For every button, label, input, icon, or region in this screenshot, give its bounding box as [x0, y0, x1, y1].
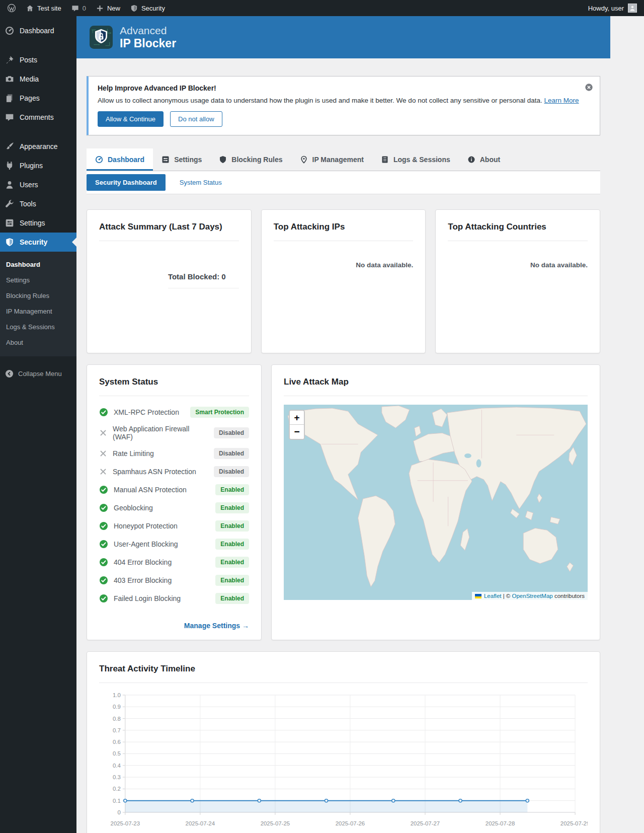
status-row: User-Agent BlockingEnabled: [99, 535, 249, 553]
howdy-text[interactable]: Howdy, user: [588, 5, 624, 12]
subnav-security-dashboard[interactable]: Security Dashboard: [87, 174, 166, 191]
comments-count: 0: [83, 5, 86, 12]
sidebar-item-users[interactable]: Users: [0, 175, 76, 194]
leaflet-link[interactable]: Leaflet: [484, 593, 502, 599]
sidebar-item-tools[interactable]: Tools: [0, 194, 76, 213]
banner-title-line1: Advanced: [120, 25, 176, 37]
shield-icon: [5, 238, 14, 247]
tab-label: Settings: [174, 156, 202, 164]
status-label: Spamhaus ASN Protection: [113, 468, 208, 476]
status-label: Manual ASN Protection: [114, 486, 210, 494]
tab-settings[interactable]: Settings: [153, 148, 210, 171]
tab-label: Blocking Rules: [231, 156, 282, 164]
sidebar-item-settings[interactable]: Settings: [0, 213, 76, 233]
map-zoom-controls: + −: [289, 410, 305, 440]
attribution-suffix: contributors: [553, 593, 585, 599]
status-label: Geoblocking: [114, 504, 210, 512]
do-not-allow-button[interactable]: Do not allow: [170, 111, 222, 127]
dashboard-subnav: Security Dashboard System Status: [87, 171, 600, 194]
status-label: Honeypot Protection: [114, 522, 210, 530]
tab-ip-management[interactable]: IP Management: [291, 148, 372, 171]
status-row: 404 Error BlockingEnabled: [99, 553, 249, 571]
notice-body: Allow us to collect anonymous usage data…: [98, 97, 542, 104]
x-icon: [99, 429, 107, 437]
svg-text:0.9: 0.9: [113, 704, 121, 710]
sidebar-item-appearance[interactable]: Appearance: [0, 137, 76, 156]
status-label: XML-RPC Protection: [114, 408, 185, 416]
status-badge: Enabled: [215, 502, 249, 513]
submenu-item-blocking-rules[interactable]: Blocking Rules: [0, 288, 76, 304]
sidebar-item-posts[interactable]: Posts: [0, 50, 76, 69]
status-row: Failed Login BlockingEnabled: [99, 589, 249, 608]
status-row: Rate LimitingDisabled: [99, 444, 249, 463]
manage-settings-link[interactable]: Manage Settings →: [184, 622, 249, 630]
submenu-item-settings[interactable]: Settings: [0, 272, 76, 288]
wordpress-logo-icon[interactable]: [7, 4, 16, 13]
submenu-item-dashboard[interactable]: Dashboard: [0, 257, 76, 272]
subnav-system-status[interactable]: System Status: [180, 179, 222, 186]
tab-label: About: [480, 156, 500, 164]
map-zoom-out-button[interactable]: −: [290, 425, 304, 439]
svg-text:0.5: 0.5: [113, 750, 121, 756]
sidebar-item-plugins[interactable]: Plugins: [0, 156, 76, 175]
status-label: 403 Error Blocking: [114, 576, 210, 584]
svg-text:0.6: 0.6: [113, 739, 121, 745]
submenu-item-about[interactable]: About: [0, 335, 76, 350]
sidebar-item-media[interactable]: Media: [0, 69, 76, 89]
sidebar-item-security[interactable]: Security: [0, 233, 76, 252]
allow-continue-button[interactable]: Allow & Continue: [98, 111, 164, 127]
dashboard-icon: [5, 26, 14, 35]
sidebar-item-dashboard[interactable]: Dashboard: [0, 21, 76, 40]
banner-title-line2: IP Blocker: [120, 37, 176, 50]
check-circle-icon: [99, 558, 108, 567]
check-circle-icon: [99, 540, 108, 549]
sidebar-label: Posts: [20, 56, 37, 64]
comment-bubble-icon: [71, 5, 79, 12]
wrench-icon: [5, 199, 14, 208]
sidebar-label: Tools: [20, 200, 36, 208]
sidebar-label: Users: [20, 181, 38, 189]
dismiss-notice-icon[interactable]: [585, 83, 593, 92]
plus-icon: [96, 5, 104, 12]
tab-label: IP Management: [312, 156, 364, 164]
submenu-item-ip-management[interactable]: IP Management: [0, 304, 76, 319]
sliders-icon: [5, 218, 14, 228]
openstreetmap-link[interactable]: OpenStreetMap: [512, 593, 553, 599]
plug-icon: [5, 161, 14, 170]
sidebar-item-comments[interactable]: Comments: [0, 108, 76, 127]
tab-blocking-rules[interactable]: Blocking Rules: [210, 148, 291, 171]
no-data-message: No data available.: [274, 261, 414, 269]
map-zoom-in-button[interactable]: +: [290, 411, 304, 425]
submenu-item-logs-sessions[interactable]: Logs & Sessions: [0, 319, 76, 335]
tab-dashboard[interactable]: Dashboard: [87, 148, 153, 171]
security-menu[interactable]: Security: [130, 5, 165, 12]
pushpin-icon: [5, 55, 14, 64]
new-menu[interactable]: New: [96, 5, 120, 12]
comments-menu[interactable]: 0: [71, 5, 86, 12]
learn-more-link[interactable]: Learn More: [544, 97, 579, 104]
sidebar-item-pages[interactable]: Pages: [0, 89, 76, 108]
status-label: Web Application Firewall (WAF): [113, 425, 208, 441]
sidebar-label: Comments: [20, 113, 54, 121]
total-blocked-value: Total Blocked: 0: [168, 272, 239, 288]
tab-about[interactable]: About: [459, 148, 509, 171]
status-label: 404 Error Blocking: [114, 558, 210, 566]
user-avatar[interactable]: [628, 4, 637, 13]
sidebar-label: Security: [20, 238, 47, 246]
tab-logs-sessions[interactable]: Logs & Sessions: [372, 148, 459, 171]
status-badge: Enabled: [215, 484, 249, 495]
status-row: Manual ASN ProtectionEnabled: [99, 481, 249, 499]
new-label: New: [107, 5, 120, 12]
sidebar-label: Appearance: [20, 142, 58, 150]
attack-map[interactable]: + − Leaflet | © OpenStreetMap contributo…: [284, 405, 588, 600]
system-status-card: System Status XML-RPC ProtectionSmart Pr…: [87, 364, 262, 640]
svg-text:0.4: 0.4: [113, 763, 121, 769]
plugin-logo: [90, 26, 113, 49]
sidebar-label: Plugins: [20, 162, 43, 170]
live-attack-map-card: Live Attack Map: [271, 364, 600, 640]
location-pin-icon: [300, 156, 308, 164]
status-badge: Enabled: [215, 539, 249, 550]
collapse-menu-button[interactable]: Collapse Menu: [0, 364, 76, 383]
site-menu[interactable]: Test site: [26, 5, 61, 12]
card-title: System Status: [99, 377, 249, 387]
